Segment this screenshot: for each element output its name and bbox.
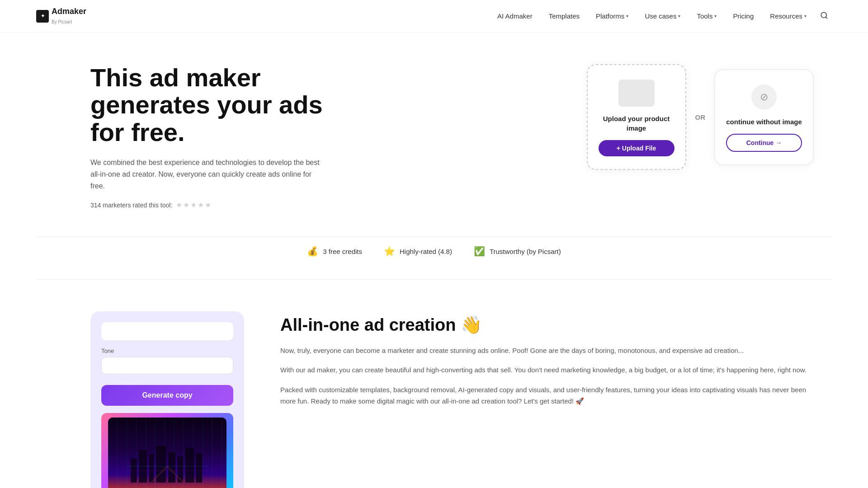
- badge-highly-rated: ⭐ Highly-rated (4.8): [384, 246, 452, 257]
- hero-section: This ad maker generates your ads for fre…: [0, 33, 868, 236]
- or-divider: OR: [695, 113, 706, 121]
- checkmark-icon: ✅: [474, 246, 485, 257]
- hero-title: This ad maker generates your ads for fre…: [90, 64, 326, 146]
- upload-file-button[interactable]: + Upload File: [599, 140, 675, 156]
- hero-rating: 314 marketers rated this tool: ★★★★★: [90, 201, 326, 209]
- upload-image-card: Upload your product image + Upload File: [587, 64, 686, 170]
- badge-trustworthy: ✅ Trustworthy (by Picsart): [474, 246, 561, 257]
- svg-line-1: [826, 17, 827, 18]
- chevron-down-icon: ▾: [804, 14, 807, 19]
- logo[interactable]: ✦ Admaker By Picsart: [36, 7, 86, 26]
- nav-item-templates[interactable]: Templates: [542, 9, 586, 23]
- svg-rect-5: [156, 446, 166, 483]
- feature-text-block: All-in-one ad creation 👋 Now, truly, eve…: [280, 311, 814, 415]
- upload-card-title: Upload your product image: [599, 114, 675, 133]
- badge-rating-text: Highly-rated (4.8): [400, 248, 452, 255]
- hero-left: This ad maker generates your ads for fre…: [90, 64, 326, 209]
- nav-item-pricing[interactable]: Pricing: [726, 9, 760, 23]
- logo-icon: ✦: [36, 10, 49, 23]
- generate-copy-button[interactable]: Generate copy: [101, 385, 233, 406]
- feature-para-3: Packed with customizable templates, back…: [280, 384, 814, 407]
- badge-free-credits: 💰 3 free credits: [307, 246, 362, 257]
- logo-text: Admaker By Picsart: [52, 7, 86, 26]
- nav-item-resources[interactable]: Resources ▾: [764, 9, 813, 23]
- no-image-card: ⊘ continue without image Continue →: [714, 69, 814, 165]
- feature-para-2: With our ad maker, you can create beauti…: [280, 364, 814, 376]
- chevron-down-icon: ▾: [626, 14, 628, 19]
- ad-form-panel: Tone Generate copy: [90, 311, 244, 488]
- image-preview-placeholder: [618, 80, 655, 107]
- badges-bar: 💰 3 free credits ⭐ Highly-rated (4.8) ✅ …: [36, 236, 832, 280]
- continue-button[interactable]: Continue →: [726, 134, 802, 152]
- navbar: ✦ Admaker By Picsart AI Admaker Template…: [0, 0, 868, 33]
- ad-inner-image: [108, 418, 227, 488]
- svg-rect-9: [196, 453, 202, 483]
- upload-section: Upload your product image + Upload File …: [587, 64, 814, 170]
- no-image-icon: ⊘: [751, 84, 777, 110]
- feature-section: Tone Generate copy: [0, 280, 868, 488]
- no-image-card-title: continue without image: [726, 117, 802, 127]
- nav-item-tools[interactable]: Tools ▾: [690, 9, 723, 23]
- chevron-down-icon: ▾: [714, 14, 717, 19]
- search-button[interactable]: [816, 8, 832, 25]
- nav-item-platforms[interactable]: Platforms ▾: [590, 9, 635, 23]
- tone-field: Tone: [101, 347, 233, 374]
- hero-subtitle: We combined the best experience and tech…: [90, 157, 326, 192]
- feature-para-1: Now, truly, everyone can become a market…: [280, 345, 814, 357]
- badge-credits-text: 3 free credits: [323, 248, 362, 255]
- nav-item-ai-admaker[interactable]: AI Admaker: [491, 9, 539, 23]
- feature-title: All-in-one ad creation 👋: [280, 315, 814, 336]
- tone-label: Tone: [101, 347, 233, 354]
- svg-rect-7: [177, 456, 183, 483]
- svg-rect-8: [185, 448, 194, 483]
- star-icon: ⭐: [384, 246, 395, 257]
- nav-links: AI Admaker Templates Platforms ▾ Use cas…: [491, 8, 832, 25]
- chevron-down-icon: ▾: [678, 14, 680, 19]
- nav-item-use-cases[interactable]: Use cases ▾: [638, 9, 687, 23]
- svg-rect-4: [149, 454, 154, 483]
- ad-preview-image: [101, 413, 233, 488]
- badge-trust-text: Trustworthy (by Picsart): [490, 248, 561, 255]
- star-rating: ★★★★★: [176, 201, 212, 209]
- city-silhouette: [120, 434, 215, 483]
- svg-rect-6: [168, 452, 175, 483]
- tone-input[interactable]: [101, 357, 233, 374]
- credits-icon: 💰: [307, 246, 318, 257]
